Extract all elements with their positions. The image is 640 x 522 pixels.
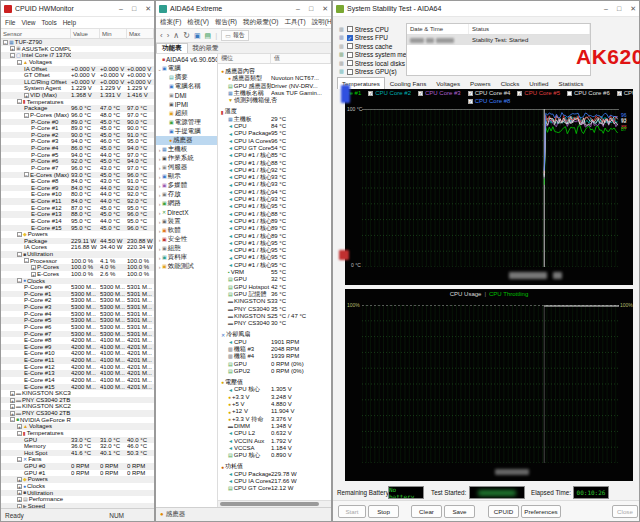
table-row[interactable]: −P-Cores (Max)96.0 °C48.0 °C97.0 °C — [1, 112, 154, 119]
column-header-min[interactable]: Min — [100, 29, 127, 38]
sensor-row[interactable]: ◄CPU IA Cores96 °C — [218, 138, 331, 145]
table-row[interactable]: E-Core #1495.0 °C44.0 °C95.0 °C — [1, 218, 154, 225]
sensor-row[interactable]: ◄CPU #1 / 核心 #493 °C — [218, 174, 331, 181]
table-row[interactable]: E-Core #1388.0 °C45.0 °C96.0 °C — [1, 211, 154, 218]
sensor-row[interactable]: ◄CPU #1 / 核心 #185 °C — [218, 152, 331, 159]
table-row[interactable]: P-Core #15300 M...5300 M...5301 M... — [1, 291, 154, 298]
sensor-row[interactable]: ◄CPU #1 / 核心 #1289 °C — [218, 233, 331, 240]
checkbox-icon[interactable]: ✓ — [347, 35, 353, 41]
checkbox-icon[interactable] — [347, 26, 353, 32]
sensor-row[interactable]: ▦主機板29 °C — [218, 116, 331, 123]
expander-icon[interactable]: + — [10, 411, 15, 416]
tab-clocks[interactable]: Clocks — [496, 77, 525, 89]
tree-item[interactable]: ›▣安全性 — [156, 235, 217, 244]
table-row[interactable]: E-Core #1287.0 °C45.0 °C95.0 °C — [1, 205, 154, 212]
close-icon[interactable]: ✕ — [145, 5, 151, 13]
table-row[interactable]: E-Core #1595.0 °C45.0 °C96.0 °C — [1, 225, 154, 232]
legend-item[interactable]: ✓CPU Core #4 — [468, 90, 511, 96]
legend-item[interactable]: ✓CPU Core #5 — [517, 90, 560, 96]
tab-unified[interactable]: Unified — [524, 77, 553, 89]
expander-icon[interactable]: − — [17, 232, 22, 237]
menu-item-help[interactable]: Help — [63, 19, 76, 26]
table-row[interactable]: GPU #10 RPM0 RPM0 RPM — [1, 470, 154, 477]
table-row[interactable]: +▤Performance — [1, 496, 154, 503]
expander-icon[interactable]: − — [17, 252, 22, 257]
legend-checkbox-icon[interactable]: ✓ — [468, 91, 473, 96]
checkbox-icon[interactable] — [347, 52, 353, 58]
hwmonitor-titlebar[interactable]: CPUID HWMonitor – □ ✕ — [1, 1, 154, 17]
table-row[interactable]: P-Core #45300 M...5300 M...5301 M... — [1, 311, 154, 318]
close-icon[interactable]: ✕ — [322, 5, 328, 13]
tree-item[interactable]: ›▣效能測試 — [156, 262, 217, 271]
column-header-value[interactable]: 值 — [271, 54, 331, 63]
aida64-titlebar[interactable]: AIDA64 Extreme – □ ✕ — [156, 1, 331, 17]
sensor-row[interactable]: ▤CPU GT Cores12.12 W — [218, 485, 331, 492]
tab-voltages[interactable]: Voltages — [431, 77, 465, 89]
tree-item[interactable]: ▣電源管理 — [156, 118, 217, 127]
sensor-row[interactable]: ▥機箱 #32048 RPM — [218, 346, 331, 353]
save-button[interactable]: Save — [444, 505, 475, 518]
expander-icon[interactable]: + — [17, 484, 22, 489]
sensor-row[interactable]: ●+5 V4.880 V — [218, 401, 331, 408]
column-header-field[interactable]: 欄位 — [218, 54, 271, 63]
expander-icon[interactable]: − — [24, 172, 29, 177]
tree-item[interactable]: ▣手提電腦 — [156, 127, 217, 136]
report-button[interactable]: ▭ 報告 — [221, 30, 249, 41]
table-row[interactable]: P-Core #594.0 °C44.0 °C97.0 °C — [1, 152, 154, 159]
table-row[interactable]: GPU33.0 °C31.0 °C40.0 °C — [1, 437, 154, 444]
legend-checkbox-icon[interactable]: ✓ — [368, 91, 373, 96]
table-row[interactable]: LLC/Ring Offset+0.000 V+0.000 V+0.000 V — [1, 79, 154, 86]
close-button[interactable]: Close — [612, 505, 638, 518]
clear-button[interactable]: Clear — [411, 505, 442, 518]
menu-item-tools[interactable]: Tools — [41, 19, 56, 26]
table-row[interactable]: +▬PNY CS3040 2TB SSD — [1, 410, 154, 417]
tree-item[interactable]: ›▣資料庫 — [156, 253, 217, 262]
table-row[interactable]: Package229.11 W44.50 W230.88 W — [1, 238, 154, 245]
table-row[interactable]: E-Core #884.0 °C43.0 °C91.0 °C — [1, 178, 154, 185]
table-row[interactable]: E-Core #134200 M...4100 M...4201 M... — [1, 370, 154, 377]
tree-item[interactable]: ›▣軟體 — [156, 226, 217, 235]
table-row[interactable]: −●Clocks — [1, 278, 154, 285]
sensor-row[interactable]: ◄CPU #1 / 核心 #593 °C — [218, 181, 331, 188]
legend-item[interactable]: CPU Core #6 — [567, 90, 610, 96]
table-row[interactable]: Stability Test: Started — [407, 35, 590, 45]
expander-icon[interactable]: − — [17, 431, 22, 436]
table-row[interactable]: E-Core #154200 M...4100 M...4201 M... — [1, 384, 154, 391]
sensor-row[interactable]: ▤GPU32 °C — [218, 276, 331, 283]
expander-icon[interactable]: − — [17, 60, 22, 65]
tree-item[interactable]: ■AIDA64 v6.90.6500 — [156, 55, 217, 64]
column-header-sensor[interactable]: Sensor — [1, 29, 71, 38]
sensor-row[interactable]: ◄CPU #1 / 核心 #895 °C — [218, 203, 331, 210]
sensor-row[interactable]: ◄CPU #1 / 核心 #1089 °C — [218, 218, 331, 225]
legend-checkbox-icon[interactable]: ✓ — [418, 91, 423, 96]
sensor-row[interactable]: ▬PNY CS3040 2TB SSD (PNY2...30 °C — [218, 320, 331, 327]
table-row[interactable]: −▮Temperatures — [1, 99, 154, 106]
expander-icon[interactable]: + — [31, 272, 36, 277]
sensor-row[interactable]: ◄CPU #1 / 核心 #694 °C — [218, 189, 331, 196]
close-icon[interactable]: ✕ — [630, 5, 636, 13]
column-header-max[interactable]: Max — [127, 29, 154, 38]
table-row[interactable]: E-Core #1080.0 °C44.0 °C92.0 °C — [1, 191, 154, 198]
sensor-row[interactable]: ◄VCCIN Aux1.792 V — [218, 438, 331, 445]
legend-item[interactable]: ✓CPU Core #8 — [468, 98, 511, 104]
tree-item[interactable]: ›▣裝置 — [156, 217, 217, 226]
legend-checkbox-icon[interactable] — [567, 91, 572, 96]
tree-item[interactable]: ●感應器 — [156, 136, 217, 145]
table-row[interactable]: P-Core #55300 M...5300 M...5301 M... — [1, 317, 154, 324]
minimize-icon[interactable]: – — [296, 5, 300, 12]
table-row[interactable]: +▬KINGSTON SKC2500... — [1, 403, 154, 410]
table-row[interactable]: P-Core #65300 M...5300 M...5301 M... — [1, 324, 154, 331]
expander-icon[interactable]: + — [17, 424, 22, 429]
table-row[interactable]: Package96.0 °C47.0 °C97.0 °C — [1, 105, 154, 112]
sensor-row[interactable]: ◄CPU #1 / 核心 #1595 °C — [218, 254, 331, 261]
scrollbar-thumb[interactable] — [220, 502, 319, 506]
table-row[interactable]: P-Core #290.0 °C45.0 °C91.0 °C — [1, 132, 154, 139]
legend-item[interactable]: ✓CPU Core #2 — [368, 90, 411, 96]
legend-checkbox-icon[interactable]: ✓ — [468, 99, 473, 104]
table-row[interactable]: +◆Powers — [1, 476, 154, 483]
panel-tab[interactable]: 我的最愛 — [188, 43, 224, 53]
sensor-row[interactable]: ◄CPU #1 / 核心 #288 °C — [218, 160, 331, 167]
tree-item[interactable]: ▣電腦名稱 — [156, 82, 217, 91]
table-row[interactable]: IA Offset+0.000 V+0.000 V+0.000 V — [1, 66, 154, 73]
cpuid-button[interactable]: CPUID — [488, 505, 519, 518]
